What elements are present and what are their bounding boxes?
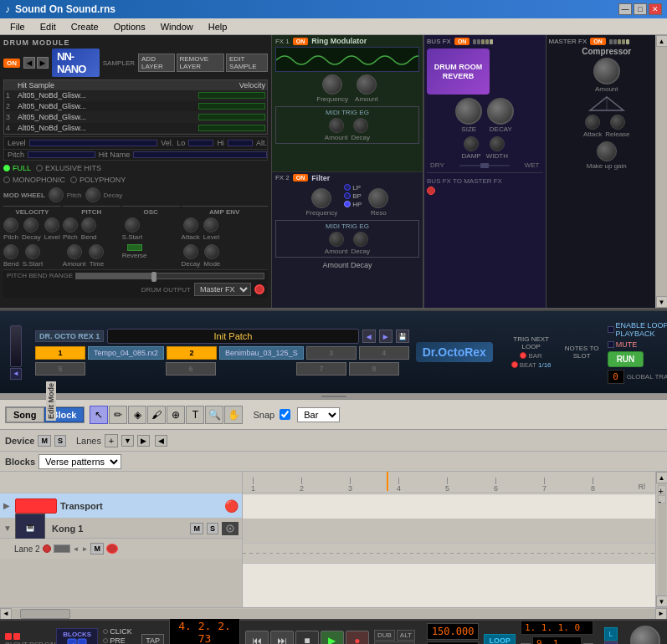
lp-btn[interactable] <box>344 184 351 191</box>
remove-layer-btn[interactable]: REMOVE LAYER <box>177 54 225 72</box>
bus-on-btn[interactable]: ON <box>454 38 470 45</box>
tool-pencil[interactable]: ✏ <box>109 406 127 424</box>
vscroll-up-btn[interactable]: ▲ <box>656 35 668 47</box>
lane-arrow-left[interactable]: ◄ <box>73 545 80 553</box>
vscroll-track[interactable] <box>656 47 667 296</box>
stop-btn[interactable]: ■ <box>295 631 319 644</box>
osc-sstart-knob[interactable] <box>125 217 140 233</box>
midi-decay-knob[interactable] <box>353 118 368 133</box>
hp-btn[interactable] <box>344 201 351 207</box>
tool-erase[interactable]: ◈ <box>128 406 146 424</box>
fx1-freq-knob[interactable] <box>322 74 342 95</box>
mute-checkbox[interactable] <box>608 341 614 348</box>
hscroll-left[interactable]: ◄ <box>0 608 12 620</box>
oct-slot-6[interactable]: 4 <box>359 346 409 360</box>
menu-help[interactable]: Help <box>202 20 234 33</box>
lane-resize[interactable] <box>54 544 70 553</box>
song-mode-btn[interactable]: Song <box>6 407 44 422</box>
click-item-1[interactable]: CLICK <box>103 627 136 636</box>
pitch-p-knob[interactable] <box>63 217 78 233</box>
fx2-midi-amount-knob[interactable] <box>329 232 344 247</box>
dub-btn[interactable]: DUB <box>374 630 395 641</box>
menu-edit[interactable]: Edit <box>33 20 63 33</box>
pitch-bend-knob[interactable] <box>81 217 96 233</box>
snap-select[interactable]: Bar Beat 1/2 1/4 1/8 1/16 <box>297 407 340 422</box>
vel-bend-knob[interactable] <box>3 244 18 259</box>
oct-slot-1[interactable]: 1 <box>35 346 85 360</box>
rec-btn[interactable]: ● <box>346 631 369 644</box>
fx2-freq-knob[interactable] <box>311 188 331 208</box>
r-btn[interactable]: R <box>604 641 618 645</box>
snap-checkbox[interactable] <box>280 409 290 420</box>
nn-on-button[interactable]: ON <box>3 59 20 68</box>
full-option[interactable]: FULL <box>3 164 31 172</box>
tempo-display[interactable]: 150.000 <box>427 623 480 640</box>
drum-room-reverb[interactable]: DRUM ROOM REVERB <box>427 49 490 95</box>
oct-nav-left[interactable]: ◄ <box>362 330 376 343</box>
oct-slot-5[interactable]: 3 <box>306 346 357 360</box>
kong-settings-btn[interactable] <box>222 522 239 535</box>
blocks-button[interactable]: BLOCKS <box>56 628 98 645</box>
bp-btn[interactable] <box>344 192 351 199</box>
vscroll-down-btn[interactable]: ▼ <box>656 296 668 308</box>
fx2-on-btn[interactable]: ON <box>293 174 309 181</box>
lane-arrow-right[interactable]: ► <box>82 545 89 553</box>
tool-paint[interactable]: 🖌 <box>147 406 166 424</box>
oct-slot-3[interactable]: 2 <box>167 346 217 360</box>
drum-output-select[interactable]: Master FX <box>194 283 251 296</box>
oct-slot-2[interactable]: Tempo_04_085.rx2 <box>88 346 164 360</box>
track-expand[interactable]: ▶ <box>3 501 12 510</box>
lane-mute-btn[interactable] <box>106 544 118 554</box>
oct-slot-10[interactable]: 8 <box>349 362 399 376</box>
resize-handle[interactable] <box>0 393 667 400</box>
minimize-button[interactable]: — <box>618 3 632 15</box>
fx2-reso-knob[interactable] <box>368 188 388 208</box>
instrument-vscroll[interactable]: ▲ ▼ <box>655 35 667 308</box>
tool-hand[interactable]: ✋ <box>224 406 243 424</box>
add-lane-btn[interactable]: + <box>105 434 118 447</box>
amp-decay-knob[interactable] <box>183 244 198 259</box>
oct-slot-8[interactable]: 6 <box>166 362 216 376</box>
pitch-time-knob[interactable] <box>89 244 104 259</box>
piano-roll-vscroll[interactable]: ▲ + - ▼ <box>655 472 667 607</box>
fx1-amount-knob[interactable] <box>357 74 377 95</box>
lane-m-btn[interactable]: M <box>90 543 104 555</box>
zoom-out-btn[interactable]: - <box>658 495 666 503</box>
loop-btn[interactable]: LOOP <box>484 634 516 644</box>
master-release-knob[interactable] <box>610 115 625 130</box>
oct-slot-4[interactable]: Benimbau_03_125_S <box>219 346 304 360</box>
fx1-on-btn[interactable]: ON <box>293 38 309 45</box>
run-button[interactable]: RUN <box>608 351 644 367</box>
hit-row[interactable]: 4 Alt05_NoBd_Glisw... <box>4 123 267 134</box>
menu-options[interactable]: Options <box>107 20 152 33</box>
pitch-amount-knob[interactable] <box>67 244 82 259</box>
nav-btn-1[interactable]: ◄ <box>23 57 35 69</box>
pr-vscroll-down[interactable]: ▼ <box>656 595 668 607</box>
add-layer-btn[interactable]: ADD LAYER <box>138 54 174 72</box>
hit-row[interactable]: 2 Alt05_NoBd_Glisw... <box>4 101 267 112</box>
bus-damp-knob[interactable] <box>464 136 479 151</box>
m-button[interactable]: M <box>38 435 51 447</box>
fwd-btn[interactable]: ⏭ <box>270 631 294 644</box>
master-makeup-knob[interactable] <box>597 141 617 161</box>
collapse-btn[interactable]: ◀ <box>155 435 167 447</box>
pitch-knob[interactable] <box>49 187 64 202</box>
alt-btn[interactable]: ALT <box>397 630 415 641</box>
master-amount-knob[interactable] <box>593 58 620 84</box>
hit-row[interactable]: 3 Alt05_NoBd_Glisw... <box>4 112 267 123</box>
tap-button[interactable]: TAP <box>141 634 164 644</box>
menu-window[interactable]: Window <box>154 20 200 33</box>
amp-mode-knob[interactable] <box>204 244 219 259</box>
vel-level-knob[interactable] <box>44 217 59 233</box>
kong-m-btn[interactable]: M <box>190 523 203 534</box>
hscroll-thumb[interactable] <box>20 609 70 619</box>
oct-slot-7[interactable]: 5 <box>35 362 85 376</box>
tool-connect[interactable]: ⊕ <box>167 406 185 424</box>
enable-loop-checkbox[interactable] <box>608 326 614 333</box>
oct-left-btn[interactable]: ◄ <box>10 368 22 380</box>
edit-sample-btn[interactable]: EDIT SAMPLE <box>226 54 268 72</box>
exclusive-hits-option[interactable]: EXLUSIVE HITS <box>36 164 101 172</box>
tool-zoom[interactable]: 🔍 <box>205 406 223 424</box>
kong-s-btn[interactable]: S <box>207 523 218 534</box>
amp-level-knob[interactable] <box>203 217 218 233</box>
